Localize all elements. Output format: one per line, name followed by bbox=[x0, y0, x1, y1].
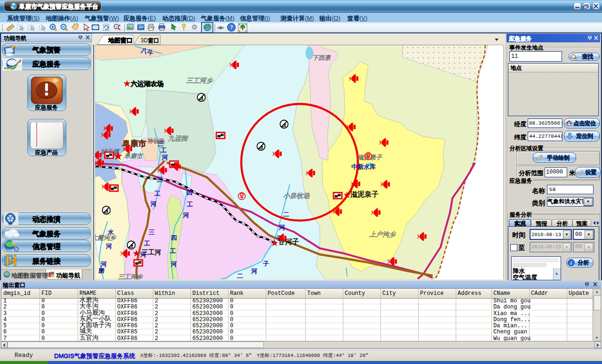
svg-text:工: 工 bbox=[144, 240, 150, 247]
svg-text:?: ? bbox=[230, 24, 233, 30]
svg-text:三: 三 bbox=[157, 176, 163, 183]
svg-text:中新水库: 中新水库 bbox=[351, 163, 376, 170]
svg-text:河: 河 bbox=[251, 268, 257, 275]
svg-text:工: 工 bbox=[160, 147, 166, 154]
svg-text:九运街: 九运街 bbox=[167, 135, 189, 142]
svg-text:工: 工 bbox=[187, 201, 193, 208]
svg-text:二: 二 bbox=[283, 211, 289, 218]
svg-text:河: 河 bbox=[140, 251, 146, 258]
svg-text:三: 三 bbox=[158, 140, 164, 147]
svg-text:工: 工 bbox=[170, 247, 176, 254]
svg-text:河: 河 bbox=[279, 224, 285, 231]
svg-text:二: 二 bbox=[237, 272, 243, 279]
svg-text:工: 工 bbox=[154, 190, 160, 197]
svg-text:三工河乡: 三工河乡 bbox=[118, 273, 144, 279]
svg-text:子: 子 bbox=[263, 260, 269, 267]
svg-text:磨: 磨 bbox=[98, 267, 104, 274]
svg-text:阜康市: 阜康市 bbox=[124, 152, 144, 159]
svg-text:水: 水 bbox=[108, 229, 114, 236]
svg-text:四: 四 bbox=[186, 189, 192, 196]
svg-text:下西泉: 下西泉 bbox=[312, 54, 332, 61]
svg-text:河: 河 bbox=[101, 261, 107, 268]
svg-text:三工河乡: 三工河乡 bbox=[186, 77, 214, 84]
svg-text:六运湖农场: 六运湖农场 bbox=[130, 80, 164, 87]
svg-text:i: i bbox=[570, 261, 572, 266]
svg-text:滋泥泉子: 滋泥泉子 bbox=[357, 154, 383, 161]
svg-text:滋泥泉子: 滋泥泉子 bbox=[350, 190, 379, 198]
svg-text:上户沟乡: 上户沟乡 bbox=[369, 230, 397, 238]
svg-text:小泉牧场: 小泉牧场 bbox=[283, 192, 311, 199]
svg-text:河: 河 bbox=[162, 154, 168, 161]
svg-text:四: 四 bbox=[171, 234, 177, 241]
svg-text:阜康市: 阜康市 bbox=[122, 139, 146, 148]
svg-text:河: 河 bbox=[171, 261, 177, 268]
svg-text:三: 三 bbox=[149, 229, 155, 236]
svg-text:河: 河 bbox=[150, 200, 157, 207]
svg-text:河: 河 bbox=[106, 243, 112, 250]
svg-text:河: 河 bbox=[183, 212, 189, 219]
svg-text:?: ? bbox=[115, 25, 118, 29]
